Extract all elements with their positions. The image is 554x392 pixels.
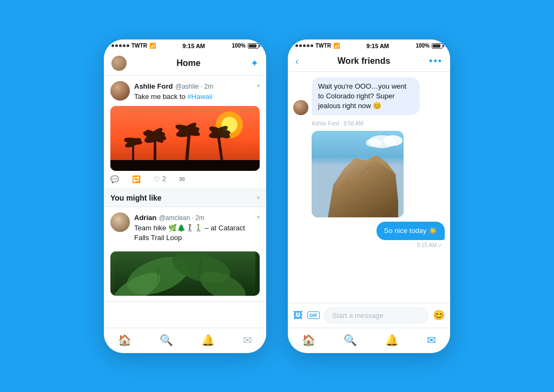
compose-bar: 🖼 GIF Start a message 😊 (288, 303, 450, 328)
status-bar-2: TWTR 📶 9:15 AM 100% (288, 39, 450, 51)
tweet-handle-2: @amclean · (159, 214, 196, 222)
image-attach-button[interactable]: 🖼 (293, 310, 303, 321)
messages-container: Wait you're OOO…you went to Colorado rig… (288, 72, 450, 303)
msg-timestamp-received: Ashlie Ford · 8:58 AM (293, 121, 445, 127)
tab-messages[interactable]: ✉ (243, 334, 252, 347)
page-title-feed: Home (176, 58, 200, 68)
message-input[interactable]: Start a message (324, 308, 428, 323)
section-you-might-like: You might like ▾ (104, 189, 266, 207)
wifi-icon-2: 📶 (333, 43, 340, 49)
battery-text-2: 100% (416, 43, 430, 49)
tweet-name-1: Ashlie Ford (134, 82, 173, 90)
msg-received-1: Wait you're OOO…you went to Colorado rig… (293, 77, 445, 116)
send-checkmark: ✓ (438, 242, 443, 248)
svg-point-29 (383, 135, 403, 146)
nav-bar-messages: ‹ Work friends ••• (288, 51, 450, 72)
shared-image-rock (312, 131, 404, 217)
tab-bar-messages: 🏠 🔍 🔔 ✉ (288, 328, 450, 353)
bubble-sent: So nice today ☀️ (377, 222, 445, 240)
tab-home[interactable]: 🏠 (118, 334, 131, 347)
tab-search-2[interactable]: 🔍 (344, 334, 357, 347)
page-title-messages: Work friends (338, 56, 391, 66)
reply-button-1[interactable]: 💬 (110, 175, 119, 183)
tweet-image-hawaii (110, 106, 260, 171)
reply-icon: 💬 (110, 175, 119, 183)
carrier-2: TWTR (315, 43, 331, 49)
status-bar-1: TWTR 📶 9:15 AM 100% (104, 39, 266, 51)
back-button[interactable]: ‹ (295, 56, 299, 67)
tweet-text-2: Team hike 🌿🌲🚶‍♀️🚶‍♂️ – at Cataract Falls… (134, 223, 260, 243)
battery-icon-1 (248, 43, 259, 49)
msg-avatar-received (293, 100, 308, 115)
like-button-1[interactable]: ♡ 2 (154, 175, 166, 183)
battery-icon-2 (432, 43, 443, 49)
tab-bar-feed: 🏠 🔍 🔔 ✉ (104, 328, 266, 353)
battery-text-1: 100% (232, 43, 246, 49)
mail-icon: ✉ (179, 175, 185, 183)
sender-name: Ashlie Ford · (312, 121, 344, 127)
tweet-avatar-1 (110, 81, 130, 101)
tweet-2: Adrian @amclean · 2m ▾ Team hike 🌿🌲🚶‍♀️🚶… (104, 207, 266, 302)
wifi-icon-1: 📶 (149, 43, 156, 49)
phone-feed: TWTR 📶 9:15 AM 100% Home ✦ Ashlie Ford (104, 39, 266, 353)
tweet-1: Ashlie Ford @ashlie · 2m ▾ Take me back … (104, 76, 266, 189)
svg-rect-19 (110, 160, 260, 171)
tab-messages-2[interactable]: ✉ (427, 334, 436, 347)
chevron-down-icon-1: ▾ (257, 83, 260, 89)
chevron-down-icon-section: ▾ (257, 195, 260, 201)
tweet-time-2: 2m (195, 214, 205, 222)
tab-notifications[interactable]: 🔔 (201, 334, 215, 347)
phone-messages: TWTR 📶 9:15 AM 100% ‹ Work friends ••• W… (288, 39, 450, 353)
chevron-down-icon-2: ▾ (257, 214, 260, 220)
tweet-image-nature (110, 247, 260, 296)
emoji-button[interactable]: 😊 (433, 309, 445, 321)
avatar-nav[interactable] (111, 56, 127, 71)
msg-send-status: 9:15 AM ✓ (293, 242, 445, 248)
tab-notifications-2[interactable]: 🔔 (385, 334, 399, 347)
rock-svg (312, 131, 404, 217)
sent-time: 9:15 AM (417, 242, 437, 248)
svg-point-30 (366, 138, 382, 147)
more-options-button[interactable]: ••• (429, 56, 443, 67)
received-time: 8:58 AM (344, 121, 364, 127)
feed-container: Ashlie Ford @ashlie · 2m ▾ Take me back … (104, 76, 266, 328)
retweet-icon: 🔁 (132, 175, 141, 183)
compose-button[interactable]: ✦ (250, 57, 259, 69)
tweet-name-2: Adrian (134, 214, 156, 222)
tab-home-2[interactable]: 🏠 (302, 334, 315, 347)
tweet-text-1: Take me back to #Hawaii (134, 92, 260, 102)
tweet-link-1[interactable]: #Hawaii (187, 92, 212, 101)
tweet-handle-1: @ashlie · (175, 83, 205, 90)
retweet-button-1[interactable]: 🔁 (132, 175, 141, 183)
carrier-1: TWTR (131, 43, 147, 49)
time-2: 9:15 AM (366, 43, 389, 49)
tweet-avatar-2 (110, 212, 130, 232)
tab-search[interactable]: 🔍 (160, 334, 173, 347)
heart-icon: ♡ (154, 175, 160, 183)
msg-sent-container: So nice today ☀️ (293, 222, 445, 240)
like-count-1: 2 (162, 175, 166, 183)
hawaii-svg (110, 106, 260, 171)
bubble-received: Wait you're OOO…you went to Colorado rig… (312, 77, 420, 116)
tweet-actions-1: 💬 🔁 ♡ 2 ✉ (110, 175, 260, 183)
message-placeholder: Start a message (332, 311, 384, 320)
dm-button-1[interactable]: ✉ (179, 175, 185, 183)
nav-bar-feed: Home ✦ (104, 51, 266, 76)
tweet-time-1: 2m (205, 83, 214, 90)
gif-button[interactable]: GIF (307, 311, 320, 319)
nature-svg (110, 251, 260, 296)
time-1: 9:15 AM (182, 43, 205, 49)
section-title: You might like (110, 194, 162, 202)
